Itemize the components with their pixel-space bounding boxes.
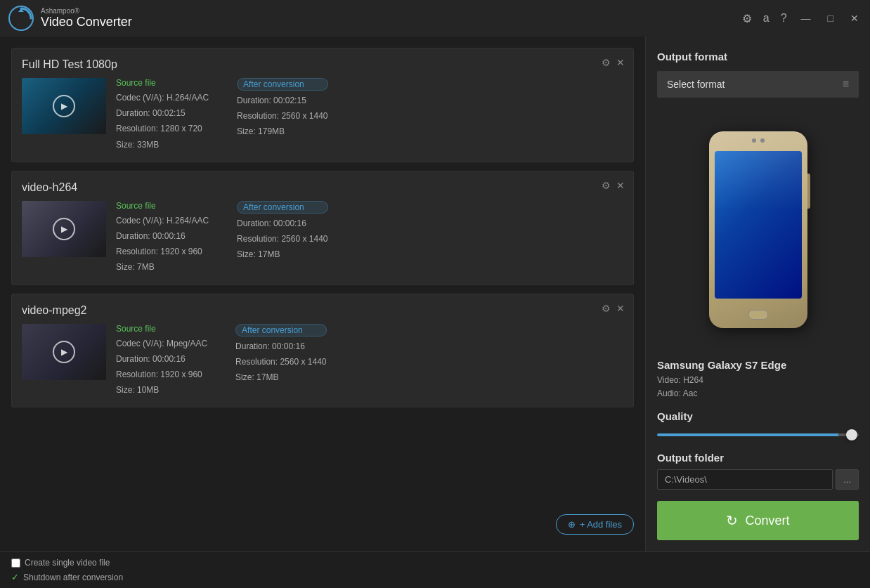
camera-dot-2 xyxy=(760,138,765,143)
single-file-checkbox[interactable] xyxy=(11,558,20,568)
video-card-body-3: ▶ Source file Codec (V/A): Mpeg/AAC Dura… xyxy=(22,324,623,398)
size-1: Size: 33MB xyxy=(116,138,209,152)
device-video-spec: Video: H264 xyxy=(657,374,859,387)
titlebar-controls: ⚙ a ? — □ ✕ xyxy=(742,11,862,25)
convert-label: Convert xyxy=(745,514,789,528)
resolution-2: Resolution: 1920 x 960 xyxy=(116,245,209,259)
video-card-body-1: ▶ Source file Codec (V/A): H.264/AAC Dur… xyxy=(22,78,623,152)
plus-icon: ⊕ xyxy=(568,519,576,530)
browse-button[interactable]: ... xyxy=(836,469,859,490)
codec-1: Codec (V/A): H.264/AAC xyxy=(116,91,209,105)
play-button-1[interactable]: ▶ xyxy=(53,95,75,117)
phone-home-btn xyxy=(748,310,768,320)
source-label-2: Source file xyxy=(116,201,209,211)
output-folder-label: Output folder xyxy=(657,452,859,464)
after-label-3: After conversion xyxy=(235,324,326,337)
output-folder-input[interactable] xyxy=(657,469,833,490)
select-format-button[interactable]: Select format ≡ xyxy=(657,71,859,98)
shutdown-label: Shutdown after conversion xyxy=(23,573,123,582)
video-info-cols-2: Source file Codec (V/A): H.264/AAC Durat… xyxy=(116,201,623,275)
single-file-checkbox-row[interactable]: Create single video file xyxy=(11,558,123,568)
after-label-2: After conversion xyxy=(237,201,327,214)
card-close-icon-1[interactable]: ✕ xyxy=(616,57,625,68)
after-size-3: Size: 17MB xyxy=(235,371,326,384)
shutdown-checkbox-row[interactable]: ✓ Shutdown after conversion xyxy=(11,572,123,582)
codec-3: Codec (V/A): Mpeg/AAC xyxy=(116,337,207,351)
single-file-label: Create single video file xyxy=(25,558,110,568)
after-resolution-3: Resolution: 2560 x 1440 xyxy=(235,355,326,369)
video-info-cols-1: Source file Codec (V/A): H.264/AAC Durat… xyxy=(116,78,623,152)
after-info-3: After conversion Duration: 00:00:16 Reso… xyxy=(235,324,326,398)
minimize-button[interactable]: — xyxy=(798,11,814,25)
video-title-2: video-h264 xyxy=(22,181,623,194)
settings-icon[interactable]: ⚙ xyxy=(742,12,752,25)
video-card: ⚙ ✕ Full HD Test 1080p ▶ Source file Cod… xyxy=(11,48,634,162)
app-title-block: Ashampoo® Video Converter xyxy=(41,7,132,30)
phone-side-button xyxy=(807,174,810,209)
card-settings-icon-3[interactable]: ⚙ xyxy=(602,303,611,314)
add-files-label: + Add files xyxy=(580,519,622,530)
after-info-1: After conversion Duration: 00:02:15 Reso… xyxy=(237,78,327,152)
codec-2: Codec (V/A): H.264/AAC xyxy=(116,214,209,228)
after-duration-2: Duration: 00:00:16 xyxy=(237,217,327,230)
device-name: Samsung Galaxy S7 Edge xyxy=(657,359,859,371)
source-info-2: Source file Codec (V/A): H.264/AAC Durat… xyxy=(116,201,209,275)
phone-area xyxy=(657,109,859,351)
after-info-2: After conversion Duration: 00:00:16 Reso… xyxy=(237,201,327,275)
quality-section: Quality xyxy=(657,410,859,442)
after-duration-3: Duration: 00:00:16 xyxy=(235,340,326,353)
titlebar-left: Ashampoo® Video Converter xyxy=(8,6,132,31)
app-logo xyxy=(8,6,34,31)
add-files-button[interactable]: ⊕ + Add files xyxy=(556,514,634,535)
card-controls-3: ⚙ ✕ xyxy=(602,303,625,314)
card-close-icon-3[interactable]: ✕ xyxy=(616,303,625,314)
card-close-icon-2[interactable]: ✕ xyxy=(616,180,625,191)
source-info-1: Source file Codec (V/A): H.264/AAC Durat… xyxy=(116,78,209,152)
size-3: Size: 10MB xyxy=(116,384,207,397)
quality-slider-container[interactable] xyxy=(657,428,859,442)
video-card-body-2: ▶ Source file Codec (V/A): H.264/AAC Dur… xyxy=(22,201,623,275)
video-card-3: ⚙ ✕ video-mpeg2 ▶ Source file Codec (V/A… xyxy=(11,294,634,408)
after-size-2: Size: 17MB xyxy=(237,248,327,261)
source-info-3: Source file Codec (V/A): Mpeg/AAC Durati… xyxy=(116,324,207,398)
video-card-2: ⚙ ✕ video-h264 ▶ Source file Codec (V/A)… xyxy=(11,171,634,285)
card-settings-icon-1[interactable]: ⚙ xyxy=(602,57,611,68)
source-label-1: Source file xyxy=(116,78,209,88)
video-thumbnail-3: ▶ xyxy=(22,324,106,380)
help-icon[interactable]: ? xyxy=(781,12,787,25)
after-size-1: Size: 179MB xyxy=(237,125,327,138)
maximize-button[interactable]: □ xyxy=(825,11,836,25)
after-duration-1: Duration: 00:02:15 xyxy=(237,94,327,107)
video-title-1: Full HD Test 1080p xyxy=(22,58,623,71)
close-button[interactable]: ✕ xyxy=(848,11,862,25)
device-info: Samsung Galaxy S7 Edge Video: H264 Audio… xyxy=(657,359,859,400)
main-layout: ⚙ ✕ Full HD Test 1080p ▶ Source file Cod… xyxy=(0,37,870,551)
video-thumbnail-2: ▶ xyxy=(22,201,106,257)
duration-3: Duration: 00:00:16 xyxy=(116,353,207,366)
play-button-3[interactable]: ▶ xyxy=(53,341,75,363)
phone-body xyxy=(709,131,807,328)
source-label-3: Source file xyxy=(116,324,207,334)
output-format-title: Output format xyxy=(657,51,859,63)
video-thumbnail-1: ▶ xyxy=(22,78,106,134)
select-format-label: Select format xyxy=(667,79,725,90)
phone-camera xyxy=(752,138,765,143)
right-panel: Output format Select format ≡ S xyxy=(645,37,870,551)
bottom-bar: Create single video file ✓ Shutdown afte… xyxy=(0,551,870,588)
output-folder-section: Output folder ... xyxy=(657,452,859,490)
camera-dot-1 xyxy=(752,138,756,143)
after-label-1: After conversion xyxy=(237,78,327,91)
titlebar: Ashampoo® Video Converter ⚙ a ? — □ ✕ xyxy=(0,0,870,37)
account-icon[interactable]: a xyxy=(763,12,770,25)
quality-slider-track xyxy=(657,433,859,436)
convert-button[interactable]: ↻ Convert xyxy=(657,501,859,540)
after-resolution-2: Resolution: 2560 x 1440 xyxy=(237,233,327,246)
app-brand: Ashampoo® xyxy=(41,7,132,15)
play-button-2[interactable]: ▶ xyxy=(53,218,75,240)
checkboxes-area: Create single video file ✓ Shutdown afte… xyxy=(11,558,123,582)
output-folder-row: ... xyxy=(657,469,859,490)
hamburger-icon: ≡ xyxy=(843,78,849,91)
quality-label: Quality xyxy=(657,410,859,422)
card-settings-icon-2[interactable]: ⚙ xyxy=(602,180,611,191)
duration-2: Duration: 00:00:16 xyxy=(116,230,209,243)
